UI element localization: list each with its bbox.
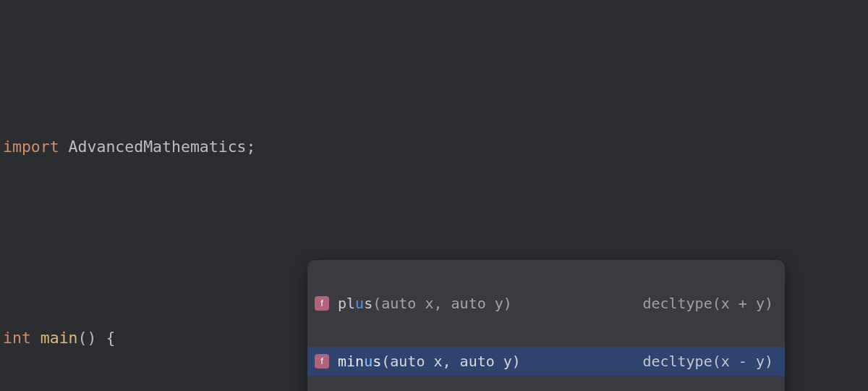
code-line (3, 227, 868, 258)
function-icon: f (315, 354, 329, 369)
code-editor[interactable]: import AdvancedMathematics; int main() {… (0, 0, 868, 391)
function-main: main (31, 329, 78, 347)
keyword-int: int (3, 329, 31, 347)
autocomplete-popup: f plus(auto x, auto y) decltype(x + y) f… (307, 260, 785, 391)
code-line: import AdvancedMathematics; (3, 131, 868, 163)
autocomplete-item-selected[interactable]: f minus(auto x, auto y) decltype(x - y) (307, 347, 785, 376)
return-type: decltype(x - y) (642, 354, 773, 369)
function-icon: f (315, 296, 329, 311)
autocomplete-item[interactable]: f plus(auto x, auto y) decltype(x + y) (307, 289, 785, 318)
keyword-import: import (3, 138, 59, 156)
return-type: decltype(x + y) (642, 296, 773, 311)
